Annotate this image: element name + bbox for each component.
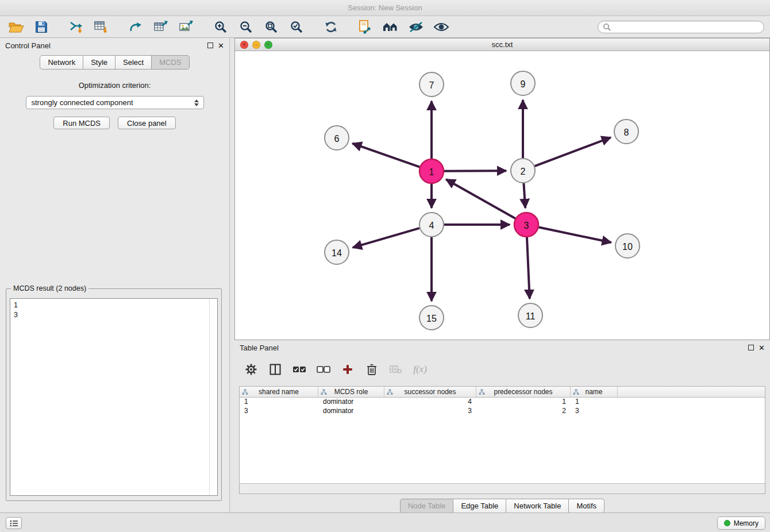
curved-arrow-icon: [129, 21, 143, 33]
edge-3-11[interactable]: [527, 237, 530, 299]
node-table: shared nameMCDS rolesuccessor nodesprede…: [239, 386, 765, 494]
open-session-button[interactable]: [6, 18, 26, 36]
zoom-out-icon: [239, 20, 253, 34]
run-mcds-button[interactable]: Run MCDS: [53, 117, 110, 129]
import-network-button[interactable]: [66, 18, 86, 36]
hide-graphics-details-button[interactable]: [406, 18, 426, 36]
refresh-arrows-icon: [324, 20, 338, 34]
zoom-fit-button[interactable]: [261, 18, 282, 36]
delete-table-button[interactable]: [388, 362, 403, 377]
tab-style[interactable]: Style: [83, 55, 116, 70]
edge-1-2[interactable]: [444, 171, 506, 171]
edge-2-8[interactable]: [535, 137, 611, 166]
first-neighbors-button[interactable]: [380, 18, 401, 36]
table-settings-button[interactable]: [244, 362, 259, 377]
network-window-titlebar[interactable]: ✕ − + scc.txt: [235, 38, 769, 51]
mcds-result-title: MCDS result (2 nodes): [11, 284, 88, 292]
tab-node-table[interactable]: Node Table: [400, 499, 454, 513]
table-cell[interactable]: dominator: [318, 398, 384, 407]
edge-3-1[interactable]: [446, 179, 515, 218]
tab-motifs[interactable]: Motifs: [569, 499, 605, 513]
optimization-label: Optimization criterion:: [0, 81, 229, 90]
control-panel-tabs: NetworkStyleSelectMCDS: [0, 55, 229, 70]
close-panel-icon[interactable]: ✕: [218, 42, 224, 49]
edge-4-14[interactable]: [353, 228, 419, 248]
show-graphics-details-button[interactable]: [431, 18, 452, 36]
show-column-panel-button[interactable]: [268, 362, 283, 377]
table-cell[interactable]: dominator: [318, 407, 384, 416]
tab-network-table[interactable]: Network Table: [506, 499, 569, 513]
criterion-dropdown[interactable]: strongly connected component: [26, 96, 204, 109]
network-canvas[interactable]: 7968124314101511: [235, 51, 769, 340]
task-history-button[interactable]: [6, 517, 22, 529]
close-table-panel-icon[interactable]: ✕: [759, 344, 765, 352]
zoom-out-button[interactable]: [236, 18, 256, 36]
create-column-button[interactable]: [340, 362, 355, 377]
delete-column-button[interactable]: [364, 362, 379, 377]
edge-1-6[interactable]: [352, 144, 419, 167]
table-cell[interactable]: 4: [384, 398, 476, 407]
mcds-result-text[interactable]: 1 3: [10, 298, 218, 496]
node-label-6: 6: [334, 134, 340, 144]
memory-button[interactable]: Memory: [717, 516, 765, 530]
table-horizontal-scrollbar[interactable]: [240, 483, 765, 494]
float-window-icon[interactable]: [207, 43, 213, 48]
column-label: name: [585, 388, 602, 396]
memory-status-icon: [724, 520, 730, 526]
tab-select[interactable]: Select: [116, 55, 152, 70]
export-image-button[interactable]: [176, 18, 197, 36]
tab-edge-table[interactable]: Edge Table: [453, 499, 506, 513]
main-toolbar: [0, 16, 770, 38]
search-box[interactable]: [598, 21, 764, 33]
table-panel-header: Table Panel ✕: [234, 340, 770, 355]
table-row-2[interactable]: 3dominator323: [240, 407, 765, 416]
table-cell[interactable]: 1: [240, 398, 318, 407]
minimize-window-icon[interactable]: −: [252, 41, 260, 49]
table-cell[interactable]: 1: [476, 398, 571, 407]
control-panel: Control Panel ✕ NetworkStyleSelectMCDS O…: [0, 38, 230, 512]
export-table-button[interactable]: [151, 18, 171, 36]
unselect-all-columns-button[interactable]: [316, 362, 331, 377]
edge-2-3[interactable]: [523, 183, 525, 208]
eye-slash-icon: [408, 21, 424, 33]
float-table-panel-icon[interactable]: [748, 345, 754, 350]
apply-layout-button[interactable]: [321, 18, 341, 36]
close-window-icon[interactable]: ✕: [240, 41, 248, 49]
close-panel-button[interactable]: Close panel: [118, 117, 176, 129]
column-header-shared-name[interactable]: shared name: [240, 387, 318, 397]
column-header-mcds-role[interactable]: MCDS role: [318, 387, 384, 397]
table-cell[interactable]: 3: [240, 407, 318, 416]
session-group: [6, 18, 52, 36]
table-cell[interactable]: 3: [384, 407, 476, 416]
new-network-from-selection-button[interactable]: [355, 18, 376, 36]
node-label-14: 14: [332, 248, 342, 258]
select-all-columns-button[interactable]: [292, 362, 307, 377]
table-cell[interactable]: 2: [476, 407, 571, 416]
import-group: [66, 18, 111, 36]
new-network-button[interactable]: [125, 18, 146, 36]
control-panel-header: Control Panel ✕: [0, 38, 229, 53]
zoom-in-button[interactable]: [210, 18, 231, 36]
zoom-selected-button[interactable]: [286, 18, 307, 36]
function-builder-button[interactable]: f(x): [413, 362, 428, 377]
column-header-name[interactable]: name: [571, 387, 618, 397]
edge-3-10[interactable]: [539, 228, 611, 243]
tab-network[interactable]: Network: [40, 55, 83, 70]
network-window-title: scc.txt: [492, 40, 513, 49]
zoom-window-icon[interactable]: +: [264, 41, 272, 49]
table-tabs: Node TableEdge TableNetwork TableMotifs: [234, 496, 770, 513]
zoom-fit-icon: [264, 20, 278, 34]
column-label: predecessor nodes: [494, 388, 552, 396]
zoom-group: [210, 18, 307, 36]
tab-mcds[interactable]: MCDS: [152, 55, 189, 70]
table-cell[interactable]: 1: [571, 398, 618, 407]
delete-table-icon: [390, 365, 402, 374]
node-label-8: 8: [624, 128, 629, 137]
table-cell[interactable]: 3: [571, 407, 618, 416]
save-session-button[interactable]: [31, 18, 52, 36]
table-row-1[interactable]: 1dominator411: [240, 398, 765, 407]
search-input[interactable]: [614, 22, 759, 31]
import-table-button[interactable]: [91, 18, 111, 36]
column-header-successor-nodes[interactable]: successor nodes: [384, 387, 476, 397]
column-header-predecessor-nodes[interactable]: predecessor nodes: [476, 387, 571, 397]
